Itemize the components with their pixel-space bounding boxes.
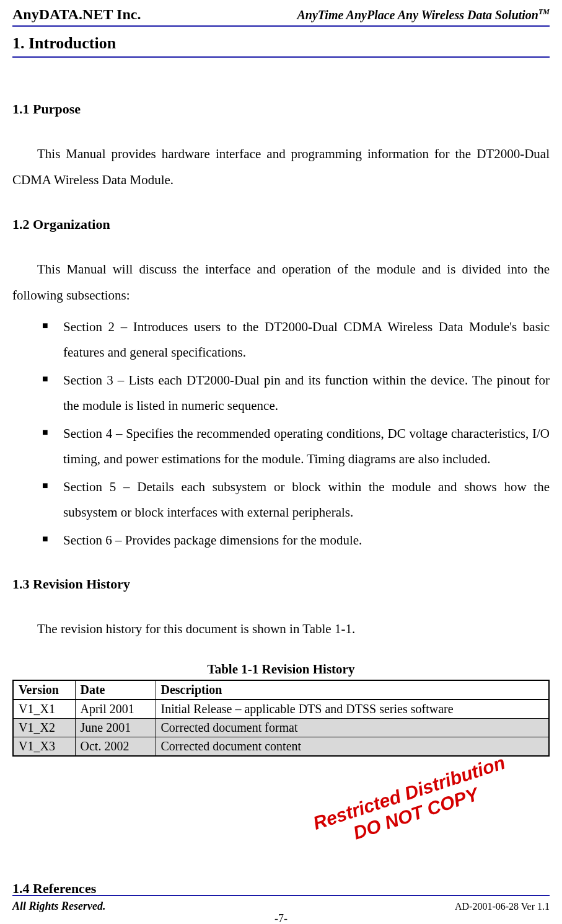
cell-version: V1_X3 bbox=[13, 737, 75, 757]
table-header-row: Version Date Description bbox=[13, 680, 549, 700]
list-item: Section 5 – Details each subsystem or bl… bbox=[42, 474, 550, 525]
col-date: Date bbox=[75, 680, 156, 700]
page-header: AnyDATA.NET Inc. AnyTime AnyPlace Any Wi… bbox=[12, 0, 550, 25]
footer-rule bbox=[12, 895, 550, 896]
heading-revision: 1.3 Revision History bbox=[12, 576, 550, 592]
heading-purpose: 1.1 Purpose bbox=[12, 101, 550, 117]
cell-desc: Corrected document format bbox=[156, 719, 549, 737]
footer-page-number: -7- bbox=[12, 912, 550, 924]
cell-date: Oct. 2002 bbox=[75, 737, 156, 757]
list-item: Section 3 – Lists each DT2000-Dual pin a… bbox=[42, 368, 550, 419]
cell-version: V1_X1 bbox=[13, 700, 75, 719]
organization-list: Section 2 – Introduces users to the DT20… bbox=[12, 314, 550, 553]
company-name: AnyDATA.NET Inc. bbox=[12, 6, 141, 23]
footer-right: AD-2001-06-28 Ver 1.1 bbox=[455, 901, 550, 912]
table-row: V1_X1 April 2001 Initial Release – appli… bbox=[13, 700, 549, 719]
tagline-tm: TM bbox=[538, 7, 550, 16]
table-caption: Table 1-1 Revision History bbox=[12, 662, 550, 677]
purpose-text: This Manual provides hardware interface … bbox=[12, 141, 550, 193]
page-footer: All Rights Reserved. AD-2001-06-28 Ver 1… bbox=[12, 895, 550, 913]
header-rule bbox=[12, 25, 550, 27]
section-title: 1. Introduction bbox=[12, 34, 550, 53]
col-description: Description bbox=[156, 680, 549, 700]
tagline: AnyTime AnyPlace Any Wireless Data Solut… bbox=[297, 7, 550, 22]
list-item: Section 6 – Provides package dimensions … bbox=[42, 528, 550, 553]
tagline-text: AnyTime AnyPlace Any Wireless Data Solut… bbox=[297, 8, 538, 22]
cell-desc: Corrected document content bbox=[156, 737, 549, 757]
table-row: V1_X3 Oct. 2002 Corrected document conte… bbox=[13, 737, 549, 757]
watermark: Restricted Distribution DO NOT COPY bbox=[310, 752, 514, 855]
revision-intro: The revision history for this document i… bbox=[12, 616, 550, 642]
watermark-line2: DO NOT COPY bbox=[317, 773, 514, 855]
heading-organization: 1.2 Organization bbox=[12, 216, 550, 233]
cell-date: June 2001 bbox=[75, 719, 156, 737]
watermark-line1: Restricted Distribution bbox=[310, 752, 507, 835]
revision-table: Version Date Description V1_X1 April 200… bbox=[12, 680, 550, 757]
list-item: Section 2 – Introduces users to the DT20… bbox=[42, 314, 550, 365]
cell-version: V1_X2 bbox=[13, 719, 75, 737]
organization-intro: This Manual will discuss the interface a… bbox=[12, 256, 550, 308]
cell-date: April 2001 bbox=[75, 700, 156, 719]
cell-desc: Initial Release – applicable DTS and DTS… bbox=[156, 700, 549, 719]
col-version: Version bbox=[13, 680, 75, 700]
section-rule bbox=[12, 56, 550, 58]
footer-left: All Rights Reserved. bbox=[12, 900, 106, 913]
list-item: Section 4 – Specifies the recommended op… bbox=[42, 421, 550, 472]
table-row: V1_X2 June 2001 Corrected document forma… bbox=[13, 719, 549, 737]
